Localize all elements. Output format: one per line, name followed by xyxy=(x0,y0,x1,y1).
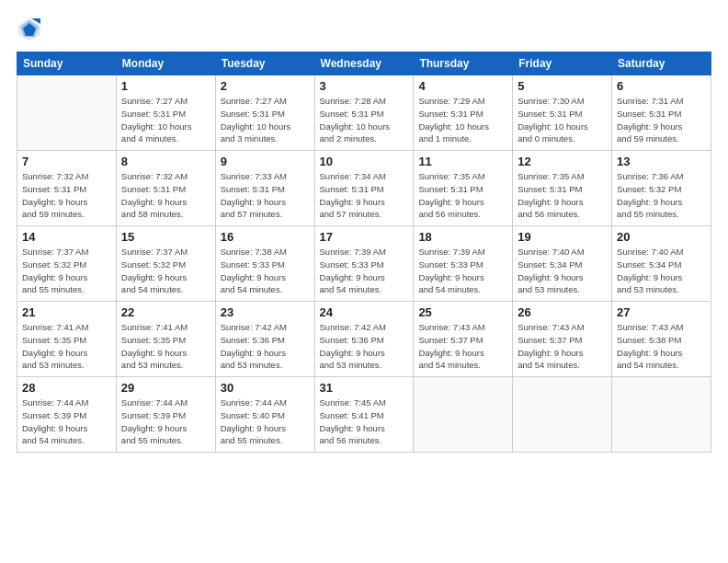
calendar-cell: 25Sunrise: 7:43 AM Sunset: 5:37 PM Dayli… xyxy=(414,302,513,377)
calendar-cell: 21Sunrise: 7:41 AM Sunset: 5:35 PM Dayli… xyxy=(17,302,117,377)
day-number: 27 xyxy=(617,305,706,319)
calendar-cell: 14Sunrise: 7:37 AM Sunset: 5:32 PM Dayli… xyxy=(17,226,117,302)
calendar-cell: 9Sunrise: 7:33 AM Sunset: 5:31 PM Daylig… xyxy=(215,151,314,226)
day-info: Sunrise: 7:27 AM Sunset: 5:31 PM Dayligh… xyxy=(221,95,310,145)
day-info: Sunrise: 7:29 AM Sunset: 5:31 PM Dayligh… xyxy=(418,95,507,145)
calendar-week-row: 7Sunrise: 7:32 AM Sunset: 5:31 PM Daylig… xyxy=(17,151,711,226)
day-info: Sunrise: 7:38 AM Sunset: 5:33 PM Dayligh… xyxy=(221,246,310,296)
day-number: 14 xyxy=(22,230,111,244)
calendar-cell: 8Sunrise: 7:32 AM Sunset: 5:31 PM Daylig… xyxy=(116,151,215,226)
calendar-cell xyxy=(414,377,513,453)
day-number: 21 xyxy=(22,305,111,319)
page-container: SundayMondayTuesdayWednesdayThursdayFrid… xyxy=(0,0,728,563)
day-number: 2 xyxy=(221,79,310,93)
calendar-week-row: 21Sunrise: 7:41 AM Sunset: 5:35 PM Dayli… xyxy=(17,302,711,377)
logo xyxy=(17,17,46,42)
day-number: 18 xyxy=(418,230,507,244)
day-number: 10 xyxy=(320,155,409,168)
calendar-cell: 28Sunrise: 7:44 AM Sunset: 5:39 PM Dayli… xyxy=(17,377,117,453)
calendar-cell xyxy=(612,377,711,453)
day-info: Sunrise: 7:41 AM Sunset: 5:35 PM Dayligh… xyxy=(121,321,210,372)
day-info: Sunrise: 7:27 AM Sunset: 5:31 PM Dayligh… xyxy=(121,95,210,145)
weekday-wednesday: Wednesday xyxy=(314,52,414,75)
day-number: 11 xyxy=(418,155,507,168)
day-info: Sunrise: 7:32 AM Sunset: 5:31 PM Dayligh… xyxy=(121,170,210,221)
calendar-cell: 1Sunrise: 7:27 AM Sunset: 5:31 PM Daylig… xyxy=(116,75,215,151)
day-number: 28 xyxy=(22,381,111,395)
weekday-saturday: Saturday xyxy=(612,52,711,75)
day-info: Sunrise: 7:40 AM Sunset: 5:34 PM Dayligh… xyxy=(617,246,706,296)
day-info: Sunrise: 7:35 AM Sunset: 5:31 PM Dayligh… xyxy=(418,170,507,221)
calendar-cell: 15Sunrise: 7:37 AM Sunset: 5:32 PM Dayli… xyxy=(116,226,215,302)
day-info: Sunrise: 7:41 AM Sunset: 5:35 PM Dayligh… xyxy=(22,321,111,372)
day-number: 7 xyxy=(22,155,111,168)
day-info: Sunrise: 7:28 AM Sunset: 5:31 PM Dayligh… xyxy=(320,95,409,145)
calendar-cell: 18Sunrise: 7:39 AM Sunset: 5:33 PM Dayli… xyxy=(414,226,513,302)
calendar-cell: 16Sunrise: 7:38 AM Sunset: 5:33 PM Dayli… xyxy=(215,226,314,302)
calendar-cell: 17Sunrise: 7:39 AM Sunset: 5:33 PM Dayli… xyxy=(314,226,414,302)
day-info: Sunrise: 7:31 AM Sunset: 5:31 PM Dayligh… xyxy=(617,95,706,145)
calendar-cell: 27Sunrise: 7:43 AM Sunset: 5:38 PM Dayli… xyxy=(612,302,711,377)
day-number: 26 xyxy=(518,305,607,319)
day-number: 31 xyxy=(320,381,409,395)
day-info: Sunrise: 7:37 AM Sunset: 5:32 PM Dayligh… xyxy=(22,246,111,296)
day-info: Sunrise: 7:42 AM Sunset: 5:36 PM Dayligh… xyxy=(320,321,409,372)
weekday-friday: Friday xyxy=(513,52,612,75)
calendar-cell: 30Sunrise: 7:44 AM Sunset: 5:40 PM Dayli… xyxy=(215,377,314,453)
day-info: Sunrise: 7:42 AM Sunset: 5:36 PM Dayligh… xyxy=(221,321,310,372)
calendar-cell: 12Sunrise: 7:35 AM Sunset: 5:31 PM Dayli… xyxy=(513,151,612,226)
logo-icon xyxy=(17,17,42,42)
day-info: Sunrise: 7:39 AM Sunset: 5:33 PM Dayligh… xyxy=(320,246,409,296)
day-info: Sunrise: 7:39 AM Sunset: 5:33 PM Dayligh… xyxy=(418,246,507,296)
calendar-cell: 10Sunrise: 7:34 AM Sunset: 5:31 PM Dayli… xyxy=(314,151,414,226)
calendar-table: SundayMondayTuesdayWednesdayThursdayFrid… xyxy=(17,52,711,453)
calendar-week-row: 14Sunrise: 7:37 AM Sunset: 5:32 PM Dayli… xyxy=(17,226,711,302)
day-number: 16 xyxy=(221,230,310,244)
day-number: 4 xyxy=(418,79,507,93)
calendar-cell: 29Sunrise: 7:44 AM Sunset: 5:39 PM Dayli… xyxy=(116,377,215,453)
calendar-cell: 7Sunrise: 7:32 AM Sunset: 5:31 PM Daylig… xyxy=(17,151,117,226)
calendar-cell: 19Sunrise: 7:40 AM Sunset: 5:34 PM Dayli… xyxy=(513,226,612,302)
calendar-cell: 11Sunrise: 7:35 AM Sunset: 5:31 PM Dayli… xyxy=(414,151,513,226)
day-number: 13 xyxy=(617,155,706,168)
weekday-monday: Monday xyxy=(116,52,215,75)
calendar-cell: 2Sunrise: 7:27 AM Sunset: 5:31 PM Daylig… xyxy=(215,75,314,151)
calendar-week-row: 28Sunrise: 7:44 AM Sunset: 5:39 PM Dayli… xyxy=(17,377,711,453)
calendar-cell: 5Sunrise: 7:30 AM Sunset: 5:31 PM Daylig… xyxy=(513,75,612,151)
calendar-cell: 31Sunrise: 7:45 AM Sunset: 5:41 PM Dayli… xyxy=(314,377,414,453)
calendar-cell: 26Sunrise: 7:43 AM Sunset: 5:37 PM Dayli… xyxy=(513,302,612,377)
day-number: 5 xyxy=(518,79,607,93)
calendar-cell: 23Sunrise: 7:42 AM Sunset: 5:36 PM Dayli… xyxy=(215,302,314,377)
calendar-cell: 22Sunrise: 7:41 AM Sunset: 5:35 PM Dayli… xyxy=(116,302,215,377)
calendar-cell xyxy=(513,377,612,453)
weekday-sunday: Sunday xyxy=(17,52,117,75)
day-number: 25 xyxy=(418,305,507,319)
day-number: 22 xyxy=(121,305,210,319)
day-number: 17 xyxy=(320,230,409,244)
calendar-cell xyxy=(17,75,117,151)
day-number: 9 xyxy=(221,155,310,168)
day-info: Sunrise: 7:45 AM Sunset: 5:41 PM Dayligh… xyxy=(320,396,409,447)
day-info: Sunrise: 7:44 AM Sunset: 5:39 PM Dayligh… xyxy=(121,396,210,447)
day-number: 15 xyxy=(121,230,210,244)
day-number: 19 xyxy=(518,230,607,244)
day-info: Sunrise: 7:33 AM Sunset: 5:31 PM Dayligh… xyxy=(221,170,310,221)
calendar-week-row: 1Sunrise: 7:27 AM Sunset: 5:31 PM Daylig… xyxy=(17,75,711,151)
calendar-cell: 3Sunrise: 7:28 AM Sunset: 5:31 PM Daylig… xyxy=(314,75,414,151)
calendar-cell: 4Sunrise: 7:29 AM Sunset: 5:31 PM Daylig… xyxy=(414,75,513,151)
weekday-thursday: Thursday xyxy=(414,52,513,75)
weekday-header-row: SundayMondayTuesdayWednesdayThursdayFrid… xyxy=(17,52,711,75)
day-info: Sunrise: 7:32 AM Sunset: 5:31 PM Dayligh… xyxy=(22,170,111,221)
day-number: 1 xyxy=(121,79,210,93)
day-info: Sunrise: 7:44 AM Sunset: 5:39 PM Dayligh… xyxy=(22,396,111,447)
calendar-cell: 13Sunrise: 7:36 AM Sunset: 5:32 PM Dayli… xyxy=(612,151,711,226)
calendar-cell: 24Sunrise: 7:42 AM Sunset: 5:36 PM Dayli… xyxy=(314,302,414,377)
day-number: 30 xyxy=(221,381,310,395)
day-number: 24 xyxy=(320,305,409,319)
day-number: 3 xyxy=(320,79,409,93)
calendar-cell: 6Sunrise: 7:31 AM Sunset: 5:31 PM Daylig… xyxy=(612,75,711,151)
day-number: 12 xyxy=(518,155,607,168)
day-number: 29 xyxy=(121,381,210,395)
page-header xyxy=(17,17,711,42)
day-info: Sunrise: 7:43 AM Sunset: 5:38 PM Dayligh… xyxy=(617,321,706,372)
